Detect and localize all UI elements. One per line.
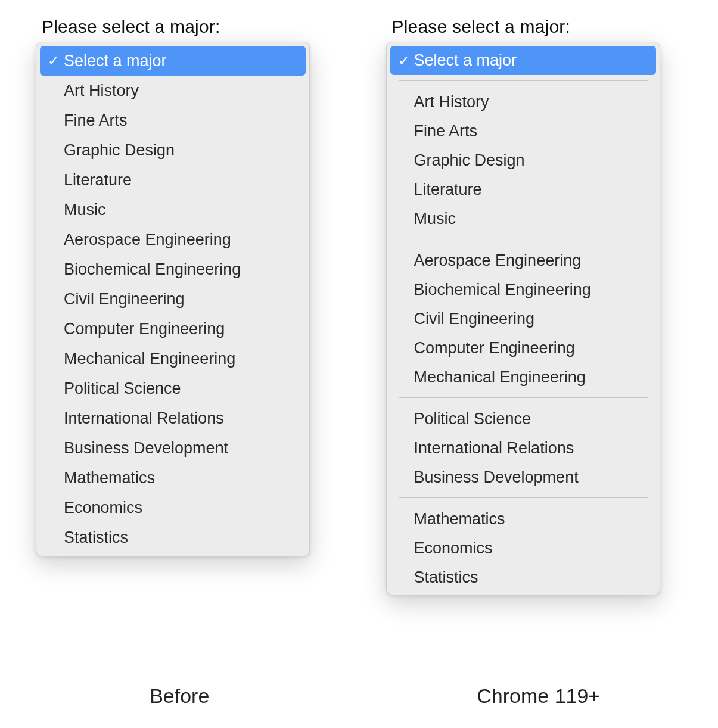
group-separator — [399, 239, 648, 239]
option-label: International Relations — [64, 409, 300, 428]
option-label: Economics — [414, 539, 650, 558]
option-label: Mechanical Engineering — [414, 368, 650, 387]
option-statistics[interactable]: Statistics — [40, 522, 306, 552]
option-placeholder[interactable]: ✓ Select a major — [40, 46, 306, 76]
option-label: Fine Arts — [64, 111, 300, 130]
group-separator — [399, 497, 648, 498]
option-label: Statistics — [414, 568, 650, 587]
option-label: Select a major — [64, 52, 300, 70]
option-label: Civil Engineering — [64, 290, 300, 309]
caption-row: Before Chrome 119+ — [0, 685, 718, 708]
option-mathematics[interactable]: Mathematics — [390, 505, 656, 534]
option-biochemical-engineering[interactable]: Biochemical Engineering — [390, 275, 656, 304]
option-mechanical-engineering[interactable]: Mechanical Engineering — [390, 363, 656, 392]
prompt-label-before: Please select a major: — [42, 17, 220, 37]
option-economics[interactable]: Economics — [390, 534, 656, 563]
option-biochemical-engineering[interactable]: Biochemical Engineering — [40, 254, 306, 284]
option-art-history[interactable]: Art History — [40, 76, 306, 105]
option-international-relations[interactable]: International Relations — [390, 434, 656, 463]
option-label: Computer Engineering — [414, 339, 650, 357]
checkmark-icon: ✓ — [394, 52, 414, 69]
option-label: Art History — [64, 82, 300, 100]
option-music[interactable]: Music — [390, 204, 656, 234]
option-label: Aerospace Engineering — [414, 251, 650, 270]
option-mechanical-engineering[interactable]: Mechanical Engineering — [40, 344, 306, 374]
option-civil-engineering[interactable]: Civil Engineering — [390, 304, 656, 334]
option-literature[interactable]: Literature — [40, 165, 306, 195]
option-label: Literature — [414, 181, 650, 199]
select-menu-before[interactable]: ✓ Select a major Art History Fine Arts G… — [36, 42, 310, 556]
option-business-development[interactable]: Business Development — [40, 433, 306, 463]
option-civil-engineering[interactable]: Civil Engineering — [40, 284, 306, 314]
option-label: Graphic Design — [414, 151, 650, 170]
prompt-label-after: Please select a major: — [392, 17, 571, 37]
option-label: Business Development — [64, 439, 300, 458]
option-aerospace-engineering[interactable]: Aerospace Engineering — [390, 246, 656, 275]
option-label: Mechanical Engineering — [64, 350, 300, 368]
option-economics[interactable]: Economics — [40, 493, 306, 522]
option-label: Economics — [64, 499, 300, 517]
option-label: International Relations — [414, 439, 650, 458]
option-graphic-design[interactable]: Graphic Design — [40, 135, 306, 165]
option-art-history[interactable]: Art History — [390, 88, 656, 117]
option-political-science[interactable]: Political Science — [40, 374, 306, 403]
option-label: Political Science — [64, 379, 300, 398]
option-placeholder[interactable]: ✓ Select a major — [390, 46, 656, 75]
option-statistics[interactable]: Statistics — [390, 563, 656, 592]
option-label: Music — [64, 201, 300, 219]
group-separator — [399, 80, 648, 81]
option-international-relations[interactable]: International Relations — [40, 403, 306, 433]
select-menu-after[interactable]: ✓ Select a major Art History Fine Arts G… — [386, 42, 660, 595]
option-computer-engineering[interactable]: Computer Engineering — [40, 314, 306, 344]
group-separator — [399, 397, 648, 398]
option-label: Biochemical Engineering — [414, 281, 650, 299]
option-computer-engineering[interactable]: Computer Engineering — [390, 334, 656, 363]
option-label: Fine Arts — [414, 122, 650, 141]
option-mathematics[interactable]: Mathematics — [40, 463, 306, 493]
option-label: Literature — [64, 171, 300, 189]
option-label: Political Science — [414, 410, 650, 428]
option-label: Civil Engineering — [414, 310, 650, 328]
option-label: Business Development — [414, 468, 650, 487]
after-column: Please select a major: ✓ Select a major … — [386, 17, 683, 728]
option-fine-arts[interactable]: Fine Arts — [390, 117, 656, 146]
caption-after: Chrome 119+ — [359, 685, 719, 708]
option-label: Mathematics — [64, 469, 300, 487]
option-label: Computer Engineering — [64, 320, 300, 338]
option-literature[interactable]: Literature — [390, 175, 656, 204]
before-column: Please select a major: ✓ Select a major … — [36, 17, 332, 728]
comparison-stage: Please select a major: ✓ Select a major … — [0, 0, 718, 728]
option-fine-arts[interactable]: Fine Arts — [40, 105, 306, 135]
option-music[interactable]: Music — [40, 195, 306, 225]
option-aerospace-engineering[interactable]: Aerospace Engineering — [40, 225, 306, 254]
option-label: Art History — [414, 93, 650, 111]
option-label: Mathematics — [414, 510, 650, 528]
option-label: Statistics — [64, 528, 300, 547]
option-business-development[interactable]: Business Development — [390, 463, 656, 492]
option-label: Select a major — [414, 51, 650, 70]
caption-before: Before — [0, 685, 359, 708]
option-political-science[interactable]: Political Science — [390, 405, 656, 434]
option-label: Music — [414, 210, 650, 228]
option-label: Biochemical Engineering — [64, 260, 300, 279]
option-label: Aerospace Engineering — [64, 231, 300, 249]
option-label: Graphic Design — [64, 141, 300, 160]
checkmark-icon: ✓ — [43, 52, 64, 69]
option-graphic-design[interactable]: Graphic Design — [390, 146, 656, 175]
